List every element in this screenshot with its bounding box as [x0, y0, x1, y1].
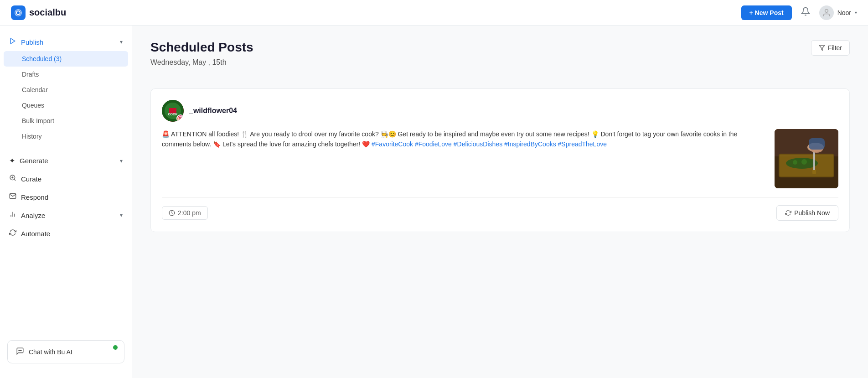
post-username: _wildflower04: [189, 107, 237, 115]
svg-point-0: [825, 9, 828, 12]
svg-marker-11: [819, 46, 825, 51]
sidebar-item-calendar[interactable]: Calendar: [0, 82, 132, 98]
sidebar-item-drafts[interactable]: Drafts: [0, 67, 132, 82]
chat-section: Chat with Bu AI: [0, 333, 132, 371]
user-chevron-icon: ▾: [855, 10, 857, 15]
svg-marker-1: [10, 38, 15, 44]
post-time: 2:00 pm: [162, 206, 208, 220]
post-image-svg: [775, 129, 838, 188]
sidebar: Publish ▾ Scheduled (3) Drafts Calendar …: [0, 26, 132, 378]
svg-point-8: [19, 350, 20, 351]
svg-rect-15: [169, 108, 176, 110]
chat-label: Chat with Bu AI: [29, 348, 72, 356]
sidebar-item-queues[interactable]: Queues: [0, 98, 132, 113]
analyze-chevron-icon: ▾: [120, 212, 123, 218]
online-indicator: [113, 345, 118, 350]
svg-point-27: [798, 159, 801, 163]
sidebar-publish-label: Publish: [21, 38, 43, 46]
sidebar-divider: [0, 148, 132, 148]
sidebar-item-scheduled[interactable]: Scheduled (3): [4, 51, 128, 67]
respond-label: Respond: [21, 193, 48, 201]
generate-label: Generate: [20, 157, 48, 165]
app-layout: Publish ▾ Scheduled (3) Drafts Calendar …: [0, 26, 868, 378]
automate-icon: [9, 229, 16, 238]
sidebar-item-bulk-import[interactable]: Bulk Import: [0, 113, 132, 129]
post-hashtags: #FavoriteCook #FoodieLove #DeliciousDish…: [372, 140, 607, 148]
sidebar-item-respond[interactable]: Respond: [0, 188, 132, 206]
publish-now-button[interactable]: Publish Now: [776, 205, 838, 221]
svg-point-26: [793, 160, 797, 165]
svg-text:COOK: COOK: [168, 113, 178, 116]
time-label: 2:00 pm: [178, 209, 201, 217]
chat-button[interactable]: Chat with Bu AI: [7, 340, 124, 363]
svg-point-10: [21, 350, 22, 351]
bell-button[interactable]: [799, 5, 812, 20]
svg-rect-17: [179, 117, 182, 120]
publish-chevron-icon: ▾: [120, 39, 123, 45]
publish-now-icon: [785, 210, 791, 216]
sidebar-item-generate[interactable]: ✦ Generate ▾: [0, 152, 132, 170]
bulk-import-label: Bulk Import: [22, 117, 54, 124]
page-date: Wednesday, May , 15th: [150, 58, 253, 67]
post-header: COOK _wildflower04: [162, 100, 838, 122]
post-image: [775, 129, 838, 188]
user-area[interactable]: Noor ▾: [819, 5, 857, 20]
page-heading: Scheduled Posts Wednesday, May , 15th: [150, 40, 253, 79]
svg-rect-34: [809, 138, 825, 150]
sidebar-item-publish[interactable]: Publish ▾: [0, 33, 132, 51]
curate-icon: [9, 174, 16, 183]
publish-icon: [9, 37, 16, 47]
svg-point-18: [180, 118, 181, 119]
post-footer: 2:00 pm Publish Now: [162, 197, 838, 221]
post-body: 🚨 ATTENTION all foodies! 🍴 Are you ready…: [162, 129, 838, 188]
top-header: socialbu + New Post Noor ▾: [0, 0, 868, 26]
generate-chevron-icon: ▾: [120, 158, 123, 164]
sidebar-item-automate[interactable]: Automate: [0, 224, 132, 243]
post-avatar: COOK: [162, 100, 184, 122]
svg-point-28: [801, 159, 807, 165]
sidebar-item-analyze[interactable]: Analyze ▾: [0, 206, 132, 224]
logo-area: socialbu: [11, 5, 66, 20]
sidebar-item-curate[interactable]: Curate: [0, 170, 132, 188]
scheduled-label: Scheduled (3): [22, 55, 62, 62]
queues-label: Queues: [22, 102, 44, 109]
svg-point-9: [20, 350, 21, 351]
history-label: History: [22, 133, 42, 140]
sidebar-item-history[interactable]: History: [0, 129, 132, 144]
logo-text: socialbu: [29, 7, 66, 18]
clock-icon: [169, 210, 175, 216]
post-card: COOK _wildflower04 🚨 ATTENTION: [150, 88, 850, 232]
instagram-badge: [176, 114, 184, 122]
new-post-button[interactable]: + New Post: [741, 5, 792, 20]
respond-icon: [9, 192, 16, 202]
header-right: + New Post Noor ▾: [741, 5, 857, 20]
chat-icon: [16, 347, 24, 357]
generate-icon: ✦: [9, 156, 15, 165]
content-header: Scheduled Posts Wednesday, May , 15th Fi…: [150, 40, 850, 79]
publish-now-label: Publish Now: [794, 209, 830, 217]
page-title: Scheduled Posts: [150, 40, 253, 55]
filter-label: Filter: [828, 44, 842, 52]
user-name-label: Noor: [837, 9, 851, 16]
svg-rect-31: [812, 170, 816, 174]
avatar: [819, 5, 834, 20]
filter-button[interactable]: Filter: [811, 40, 850, 56]
svg-rect-30: [813, 150, 815, 172]
logo-icon: [11, 5, 26, 20]
drafts-label: Drafts: [22, 71, 39, 78]
calendar-label: Calendar: [22, 86, 48, 93]
svg-point-19: [181, 117, 182, 118]
post-text: 🚨 ATTENTION all foodies! 🍴 Are you ready…: [162, 129, 765, 150]
curate-label: Curate: [21, 175, 41, 183]
main-content: Scheduled Posts Wednesday, May , 15th Fi…: [132, 26, 868, 378]
analyze-label: Analyze: [21, 212, 45, 219]
automate-label: Automate: [21, 230, 50, 238]
filter-icon: [819, 45, 825, 51]
analyze-icon: [9, 211, 16, 220]
svg-point-29: [807, 159, 811, 163]
